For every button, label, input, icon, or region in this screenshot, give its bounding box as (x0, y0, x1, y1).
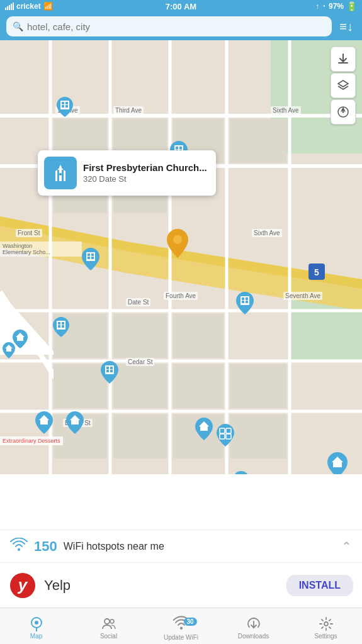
ad-banner: y Yelp INSTALL (0, 562, 362, 608)
map-pin-orange[interactable] (167, 229, 188, 260)
svg-rect-48 (246, 301, 248, 303)
svg-rect-24 (173, 314, 223, 358)
svg-rect-40 (88, 253, 90, 256)
dessert-label: Extraordinary Desserts (0, 436, 63, 445)
map-controls (331, 47, 356, 125)
svg-text:y: y (17, 575, 28, 594)
wifi-status-icon: 📶 (43, 2, 53, 11)
svg-point-88 (110, 619, 114, 623)
wifi-count-bar[interactable]: 150 WiFi hotspots near me ⌃ (0, 530, 362, 562)
install-button[interactable]: INSTALL (286, 575, 353, 596)
map-pin-3[interactable] (236, 292, 254, 317)
search-input[interactable] (27, 21, 325, 32)
tab-social-label: Social (100, 633, 117, 640)
tab-update-wifi-label: Update WiFi (164, 634, 198, 641)
svg-rect-28 (173, 364, 223, 408)
street-label-4th: Fourth Ave (164, 292, 198, 300)
svg-point-81 (342, 111, 344, 113)
poi-text: First Presbyterian Church... 320 Date St (83, 162, 207, 184)
map-pin-bld-2[interactable] (53, 317, 69, 340)
search-bar: 🔍 ≡↓ (0, 13, 362, 40)
tab-map-label: Map (30, 633, 42, 640)
svg-rect-67 (58, 325, 60, 328)
tab-settings[interactable]: Settings (290, 608, 362, 644)
location-control[interactable] (331, 99, 356, 125)
map-pin-bld-1[interactable] (57, 97, 73, 119)
downloads-tab-icon (246, 616, 261, 631)
svg-rect-68 (62, 325, 64, 328)
svg-rect-52 (106, 370, 109, 372)
download-control[interactable] (331, 47, 356, 72)
tab-downloads[interactable]: Downloads (217, 608, 290, 644)
wifi-label: WiFi hotspots near me (64, 541, 335, 552)
svg-point-86 (35, 621, 38, 625)
bottom-panel: 150 WiFi hotspots near me ⌃ y Yelp INSTA… (0, 530, 362, 608)
map-tab-icon (29, 616, 44, 631)
filter-button[interactable]: ≡↓ (337, 17, 356, 36)
status-left: cricket 📶 (5, 2, 53, 11)
wifi-badge: 30 (184, 618, 197, 626)
tab-update-wifi[interactable]: 30 Update WiFi (145, 608, 217, 644)
wifi-count: 150 (34, 538, 57, 555)
school-label: WashingtonElementary Scho... (0, 242, 82, 257)
svg-rect-60 (62, 102, 64, 104)
svg-rect-61 (65, 102, 68, 104)
street-label-3rd: Third Ave (113, 106, 144, 114)
svg-point-58 (173, 235, 182, 244)
search-wrapper[interactable]: 🔍 (6, 16, 332, 36)
svg-rect-29 (230, 364, 286, 408)
svg-rect-46 (246, 297, 248, 300)
tab-map[interactable]: Map (0, 608, 72, 644)
download-icon (337, 53, 349, 65)
map-pin-house-3[interactable] (195, 418, 213, 443)
svg-rect-32 (113, 414, 167, 458)
status-right: ↑ ⬝ 97% 🔋 (315, 1, 357, 11)
street-label-front: Front St (16, 229, 42, 237)
compass-icon (337, 106, 349, 118)
svg-rect-23 (113, 314, 167, 358)
svg-rect-53 (110, 370, 113, 372)
map-pin-small-2[interactable] (3, 342, 15, 361)
chevron-up-icon[interactable]: ⌃ (341, 539, 352, 554)
svg-point-82 (18, 548, 20, 551)
map-pin-4[interactable] (101, 361, 118, 386)
status-time: 7:00 AM (166, 2, 196, 11)
street-label-6th: Sixth Ave (271, 106, 301, 114)
street-label-cedar: Cedar St (126, 358, 154, 366)
map-pin-2[interactable] (82, 248, 99, 273)
tab-social[interactable]: Social (72, 608, 145, 644)
poi-icon-box (44, 157, 77, 189)
svg-rect-66 (62, 322, 64, 325)
social-tab-icon (101, 616, 116, 631)
svg-rect-36 (179, 147, 182, 149)
tab-bar: Map Social 30 Update WiFi (0, 608, 362, 644)
svg-rect-63 (65, 105, 68, 108)
map-pin-tools[interactable]: ✕ (233, 471, 249, 474)
battery-percentage: 97% (329, 2, 344, 11)
map-pin-grid-1[interactable] (217, 424, 234, 449)
battery-icon: 🔋 (346, 1, 357, 11)
church-icon (51, 164, 70, 182)
svg-rect-31 (230, 414, 286, 458)
svg-point-90 (324, 622, 328, 626)
map-pin-house-large[interactable] (327, 452, 348, 474)
settings-tab-icon (319, 616, 334, 631)
svg-rect-47 (242, 301, 244, 303)
svg-point-89 (180, 627, 183, 630)
svg-rect-21 (230, 119, 286, 163)
layers-control[interactable] (331, 73, 356, 98)
svg-point-33 (59, 173, 62, 175)
yelp-logo: y (9, 572, 37, 599)
poi-popup[interactable]: First Presbyterian Church... 320 Date St (38, 150, 216, 196)
location-icon: ↑ (315, 2, 319, 11)
street-label-7th: Seventh Ave (283, 292, 322, 300)
map-pin-house-1[interactable] (35, 411, 53, 436)
map-area[interactable]: 5 1st Ave Third Ave Sixth Ave Date St Ce… (0, 40, 362, 474)
svg-rect-51 (110, 367, 113, 369)
map-pin-house-2[interactable] (66, 411, 84, 436)
street-label-6th2: Sixth Ave (252, 229, 282, 237)
svg-rect-42 (88, 257, 90, 259)
search-icon: 🔍 (13, 21, 23, 31)
carrier-name: cricket (16, 2, 41, 11)
svg-rect-43 (91, 257, 94, 259)
